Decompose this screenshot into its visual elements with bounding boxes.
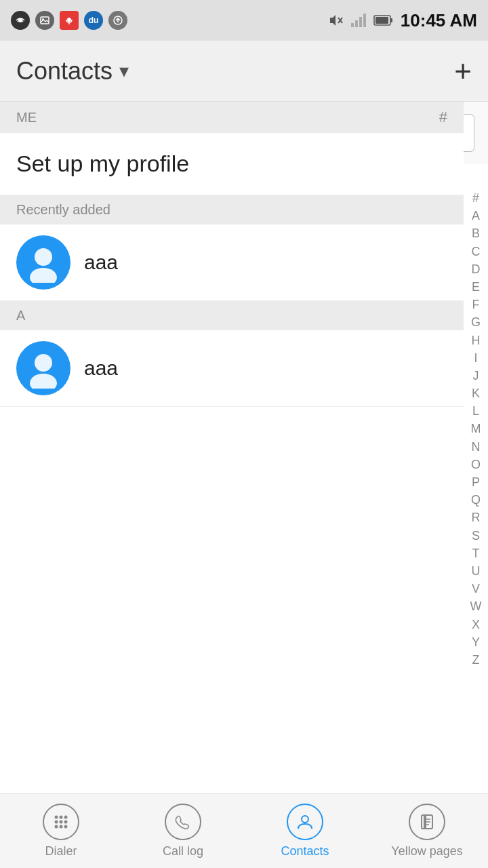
mute-icon [327,12,344,28]
header: Contacts ▾ + [0,41,488,102]
contact-name-recent-aaa: aaa [84,251,118,274]
svg-rect-8 [351,23,354,27]
nav-item-contacts[interactable]: Contacts [244,804,366,859]
signal-icon [350,12,367,28]
chevron-down-icon: ▾ [119,60,129,82]
alpha-letter-x[interactable]: X [464,616,488,633]
status-time: 10:45 AM [401,10,477,31]
contact-name-a-aaa: aaa [84,357,118,380]
svg-point-15 [35,248,52,266]
calllog-icon-wrap [165,804,201,840]
alpha-letter-s[interactable]: S [464,528,488,545]
alpha-letter-j[interactable]: J [464,368,488,384]
svg-point-26 [60,825,63,829]
contacts-icon-wrap [287,804,323,840]
status-icons-right: 10:45 AM [327,10,477,31]
alpha-letter-v[interactable]: V [464,580,488,597]
alpha-letter-p[interactable]: P [464,474,488,491]
alpha-letter-#[interactable]: # [464,190,488,207]
svg-point-17 [35,354,52,372]
main-content: ME # Set up my profile Recently added aa… [0,102,464,793]
svg-point-21 [64,816,68,819]
svg-point-19 [55,816,58,819]
contacts-title: Contacts [16,57,113,85]
alpha-letter-q[interactable]: Q [464,492,488,509]
alpha-letter-e[interactable]: E [464,279,488,296]
battery-icon [373,14,394,27]
section-me: ME # [0,102,464,133]
svg-point-28 [302,816,308,823]
alpha-letter-m[interactable]: M [464,420,488,437]
alpha-letter-w[interactable]: W [464,598,488,615]
alpha-letter-o[interactable]: O [464,456,488,473]
alpha-letter-t[interactable]: T [464,545,488,562]
recently-added-label: Recently added [16,202,110,218]
status-bar: du 10:45 AM [0,0,488,41]
set-up-profile-text: Set up my profile [16,151,189,176]
svg-rect-9 [355,20,358,27]
contact-row-recent-aaa[interactable]: aaa [0,224,464,301]
svg-point-27 [64,825,68,829]
svg-rect-14 [375,17,388,24]
wireless-icon [11,11,30,30]
svg-rect-10 [359,17,362,27]
contact-row-a-aaa[interactable]: aaa [0,330,464,407]
alpha-letter-f[interactable]: F [464,296,488,313]
avatar [16,235,70,290]
svg-rect-13 [390,18,392,22]
recorder-icon [60,11,79,30]
alpha-letter-a[interactable]: A [464,208,488,224]
svg-rect-11 [363,14,366,27]
du-icon: du [84,11,103,30]
gallery-icon [35,11,54,30]
svg-point-23 [60,821,63,824]
yellowpages-book-icon [418,812,436,831]
svg-point-3 [67,18,71,22]
alpha-letter-u[interactable]: U [464,563,488,580]
svg-point-22 [55,821,58,824]
contacts-label: Contacts [281,844,329,859]
alpha-letter-b[interactable]: B [464,225,488,242]
nav-item-dialer[interactable]: Dialer [0,804,122,859]
alpha-letter-c[interactable]: C [464,243,488,260]
alpha-letter-k[interactable]: K [464,385,488,402]
alpha-letter-n[interactable]: N [464,439,488,456]
set-up-profile-row[interactable]: Set up my profile [0,133,464,195]
alphabet-index[interactable]: #ABCDEFGHIJKLMNOPQRSTUVWXYZ [464,190,488,669]
bottom-nav: Dialer Call log Contacts [0,793,488,868]
alpha-letter-y[interactable]: Y [464,634,488,651]
upload-icon [108,11,127,30]
dialer-label: Dialer [45,844,77,859]
status-icons-left: du [11,11,127,30]
svg-rect-1 [41,17,49,24]
dialer-icon-wrap [43,804,79,840]
yellowpages-label: Yellow pages [391,844,462,859]
nav-item-yellowpages[interactable]: Yellow pages [366,804,488,859]
section-recently-added: Recently added [0,195,464,224]
header-title-group[interactable]: Contacts ▾ [16,57,129,85]
svg-point-20 [60,816,63,819]
avatar [16,341,70,395]
alpha-letter-l[interactable]: L [464,403,488,420]
alpha-letter-z[interactable]: Z [464,652,488,669]
dialer-grid-icon [52,812,70,831]
a-label: A [16,308,25,323]
svg-point-18 [30,374,57,389]
alpha-letter-d[interactable]: D [464,261,488,278]
section-a: A [0,301,464,330]
svg-point-25 [55,825,58,829]
alpha-letter-g[interactable]: G [464,314,488,331]
me-label: ME [16,110,37,125]
yellowpages-icon-wrap [409,804,445,840]
alpha-letter-h[interactable]: H [464,332,488,349]
nav-item-calllog[interactable]: Call log [122,804,244,859]
alpha-letter-r[interactable]: R [464,509,488,526]
svg-point-16 [30,268,57,283]
alpha-letter-i[interactable]: I [464,350,488,367]
add-contact-button[interactable]: + [454,56,472,86]
calllog-phone-icon [174,812,192,831]
contacts-person-icon [296,812,314,831]
svg-rect-30 [424,815,426,829]
hash-icon: # [439,108,447,126]
calllog-label: Call log [163,844,203,859]
